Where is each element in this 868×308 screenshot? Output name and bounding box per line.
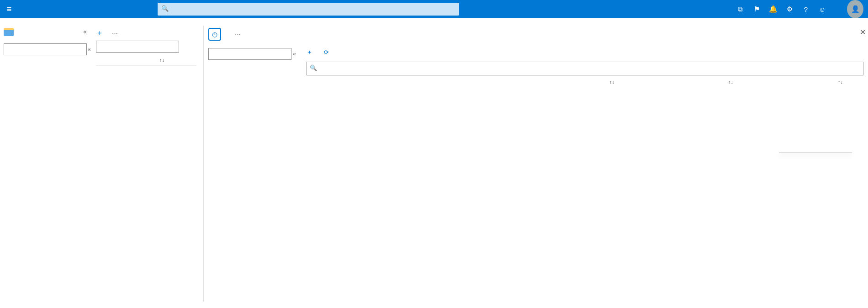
volume-nav-search[interactable] <box>208 48 291 60</box>
snapshot-context-menu <box>779 152 852 153</box>
user-info[interactable] <box>831 0 847 18</box>
topbar-icons: ⧉ ⚑ 🔔 ⚙ ? ☺ 👤 <box>732 0 868 18</box>
volumes-toolbar: ＋ ⋯ <box>96 26 196 41</box>
volumes-search-input[interactable] <box>96 41 179 53</box>
close-blade-icon[interactable]: ✕ <box>860 28 868 37</box>
help-icon[interactable]: ? <box>798 0 814 18</box>
settings-icon[interactable]: ⚙ <box>781 0 798 18</box>
collapse-left-icon[interactable]: « <box>83 28 91 35</box>
search-icon: 🔍 <box>161 5 169 12</box>
main-layout: « 🔍 « ＋ ⋯ 🔍 ↑↓ <box>0 26 868 302</box>
col-quota[interactable] <box>169 57 196 63</box>
sort-icon: ↑↓ <box>609 79 621 85</box>
directory-icon[interactable]: ⚑ <box>748 0 765 18</box>
avatar[interactable]: 👤 <box>847 0 863 18</box>
search-icon: 🔍 <box>310 64 317 71</box>
notifications-icon[interactable]: 🔔 <box>765 0 781 18</box>
snapshots-search-input[interactable] <box>307 62 863 75</box>
add-volume-button[interactable]: ＋ <box>96 28 105 38</box>
collapse-chevron-icon[interactable]: « <box>87 46 91 53</box>
blade-header: ◷ ⋯ ✕ <box>204 26 868 45</box>
snapshots-content: ＋ ⟳ 🔍 <box>302 45 868 302</box>
col-name[interactable]: ↑↓ <box>307 79 621 85</box>
account-nav-panel: « 🔍 « <box>0 26 91 302</box>
more-icon[interactable]: ⋯ <box>112 30 118 37</box>
col-created[interactable]: ↑↓ <box>740 79 850 85</box>
plus-icon: ＋ <box>96 28 103 38</box>
sort-icon: ↑↓ <box>838 79 850 85</box>
global-search-wrap: 🔍 <box>158 3 459 16</box>
refresh-icon: ⟳ <box>324 49 329 56</box>
account-header: « <box>4 26 91 41</box>
azure-topbar: ≡ 🔍 ⧉ ⚑ 🔔 ⚙ ? ☺ 👤 <box>0 0 868 18</box>
netapp-account-icon <box>4 28 14 36</box>
plus-icon: ＋ <box>307 48 312 56</box>
sort-icon: ↑↓ <box>159 57 169 63</box>
col-location[interactable]: ↑↓ <box>621 79 740 85</box>
add-snapshot-button[interactable]: ＋ <box>307 48 315 56</box>
col-name[interactable]: ↑↓ <box>96 57 169 63</box>
volume-nav-panel: 🔍 « <box>204 45 302 302</box>
breadcrumb <box>0 18 868 26</box>
blade-more-icon[interactable]: ⋯ <box>235 31 241 37</box>
snapshots-blade: ◷ ⋯ ✕ 🔍 <box>203 26 868 302</box>
collapse-chevron-icon[interactable]: « <box>291 51 297 57</box>
volumes-table-header: ↑↓ <box>96 54 196 66</box>
snapshots-table-header: ↑↓ ↑↓ ↑↓ <box>307 75 863 88</box>
sort-icon: ↑↓ <box>728 79 740 85</box>
hamburger-icon[interactable]: ≡ <box>0 5 18 14</box>
left-nav-search[interactable] <box>4 43 87 55</box>
feedback-icon[interactable]: ☺ <box>814 0 831 18</box>
snapshots-toolbar: ＋ ⟳ <box>307 45 863 59</box>
global-search-input[interactable] <box>158 3 459 16</box>
left-search-row: 🔍 « <box>4 43 91 55</box>
cloudshell-icon[interactable]: ⧉ <box>732 0 748 18</box>
volumes-list-panel: ＋ ⋯ 🔍 ↑↓ <box>91 26 203 302</box>
snapshot-blade-icon: ◷ <box>208 28 221 41</box>
refresh-button[interactable]: ⟳ <box>324 49 331 56</box>
